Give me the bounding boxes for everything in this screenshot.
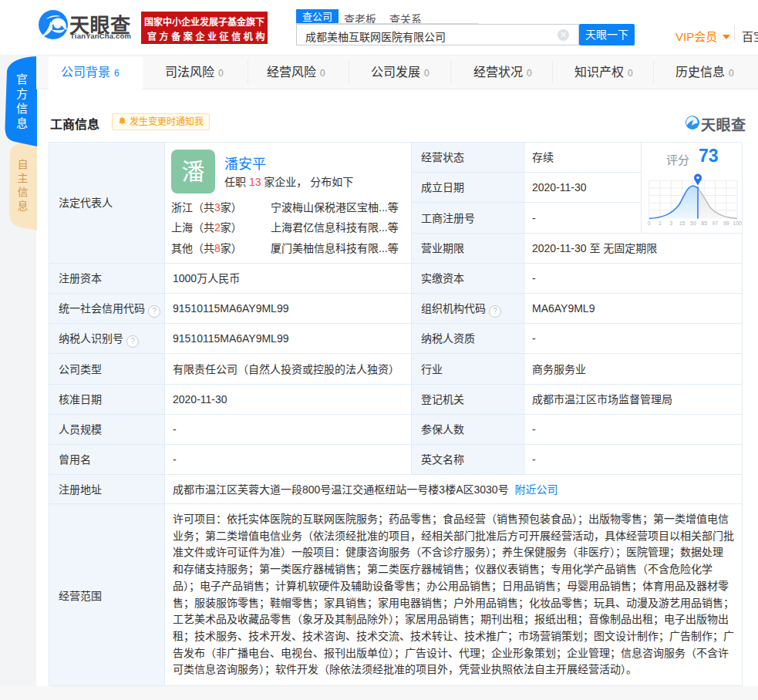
svg-text:100: 100 xyxy=(733,220,742,226)
svg-text:0: 0 xyxy=(648,220,651,226)
svg-text:1: 1 xyxy=(659,220,662,226)
svg-text:15: 15 xyxy=(679,220,686,226)
svg-text:97: 97 xyxy=(713,220,719,226)
svg-text:50: 50 xyxy=(690,220,696,226)
svg-text:85: 85 xyxy=(701,220,707,226)
svg-text:3: 3 xyxy=(669,220,672,226)
svg-text:99: 99 xyxy=(723,220,729,226)
